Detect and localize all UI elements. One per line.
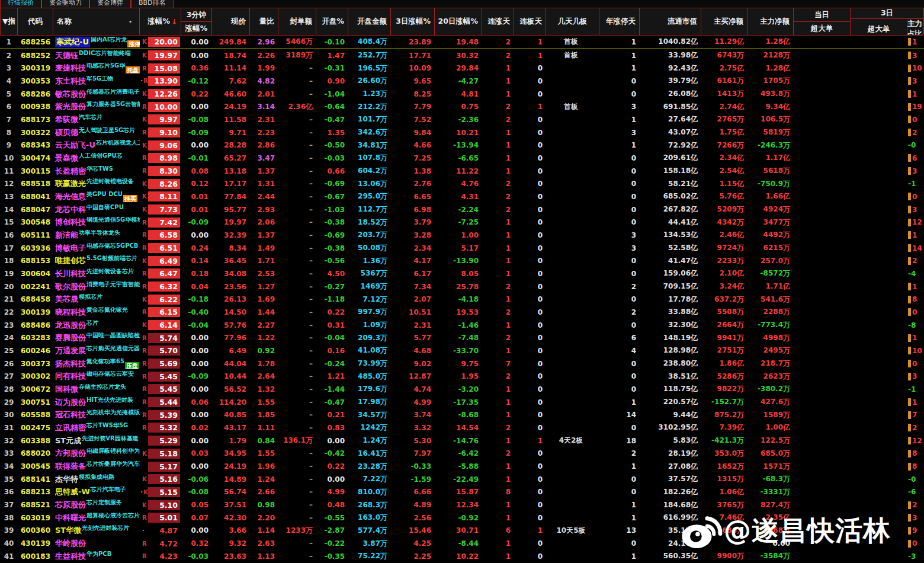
table-row[interactable]: 33688020方邦股份电磁屏蔽锂科创华为拉升K5.180.0334.951.5…	[0, 447, 924, 460]
col-header-3min-change[interactable]: 3分钟 涨幅%	[181, 8, 212, 36]
year-limit-days: 2	[599, 449, 640, 458]
stock-name-cell: 赛腾股份中国唯一晶圆缺陷检测	[53, 332, 140, 343]
table-row[interactable]: 28300672国科微存储主控芯片龙头R5.450.0056.521.32–-1…	[0, 383, 924, 396]
table-row[interactable]: 25600246万通发展芯片购买光通信元器件R5.700.006.490.92–…	[0, 344, 924, 357]
col-header-super-today[interactable]: 当日 超大单	[794, 8, 851, 36]
year-limit-days: 0	[599, 372, 640, 380]
open-amount: 252.7万	[348, 50, 391, 60]
stock-code: 688041	[18, 193, 53, 201]
table-row[interactable]: 34300545联得装备芯片折叠屏华为汽车5.170.0024.191.96–0…	[0, 460, 924, 473]
table-row[interactable]: 9688343云天励飞-U芯片机器视觉人工K9.060.0028.282.86–…	[0, 139, 924, 152]
table-row[interactable]: 8300322硕贝德无人驾驶卫星5G芯片R9.10-0.099.712.23–1…	[0, 126, 924, 139]
main-force-net: 2288万	[747, 307, 794, 317]
main-force-net: 493.8万	[747, 89, 794, 99]
tab-market-quotes[interactable]: 行情报价	[0, 0, 41, 8]
tab-fund-driver[interactable]: 资金驱动力	[41, 0, 89, 8]
table-row[interactable]: 31002475立讯精密芯片TWS华5GR5.320.0243.171.11–0…	[0, 421, 924, 434]
table-row[interactable]: 6000938紫光股份算力服务器5G云智能封减R10.000.0024.193.…	[0, 100, 924, 113]
col-header-open-amount[interactable]: 开盘金额	[348, 8, 391, 36]
current-price: 9.71	[212, 129, 250, 137]
table-row[interactable]: 22300139晓程科技黄金芯氮化镓光R6.15-0.4014.501.44–0…	[0, 306, 924, 319]
market-flag: R	[142, 270, 148, 277]
col-header-vol-ratio[interactable]: 量比	[250, 8, 278, 36]
table-row[interactable]: 19300604长川科技先进封装设备芯片R6.470.1834.082.53–4…	[0, 267, 924, 280]
table-row[interactable]: 29300751迈为股份HIT光伏先进封装R5.440.06114.201.55…	[0, 396, 924, 409]
col-header-market-cap[interactable]: 流通市值	[640, 8, 701, 36]
volume-ratio: 2.44	[250, 193, 278, 201]
stock-name: 硕贝德	[55, 127, 78, 138]
market-cap: 26.08亿	[640, 89, 701, 99]
change-pct-cell: R5.70	[140, 346, 181, 356]
table-row[interactable]: 36688213思特威-W芯片汽车电子·K5.15-0.0856.742.66–…	[0, 486, 924, 499]
table-row[interactable]: 20002241歌尔股份消费电子元宇宙智能R6.320.0423.561.27–…	[0, 280, 924, 293]
stock-name: 联得装备	[55, 461, 86, 472]
main-share-value: -0	[908, 475, 916, 484]
table-row[interactable]: 30605588冠石科技光刻机华为光掩模版R5.390.0040.851.85–…	[0, 408, 924, 421]
table-row[interactable]: 32603388ST元成先进封装VR园林基建5.290.001.790.8413…	[0, 434, 924, 447]
table-row[interactable]: 13688041海光信息类GPU DCU挂买K8.110.0177.842.44…	[0, 190, 924, 203]
table-row[interactable]: 14688047龙芯中科中国自研CPUK7.730.0195.772.93–-1…	[0, 203, 924, 216]
year-limit-days: 0	[599, 77, 640, 85]
main-share-bar	[908, 193, 911, 200]
open-amount: 163.0万	[348, 513, 391, 523]
col-header-index[interactable]: ▼指	[0, 8, 18, 36]
col-header-up-days[interactable]: 连涨天	[482, 8, 514, 36]
main-buy-net: 1.06亿	[701, 487, 747, 497]
table-row[interactable]: 11300115长盈精密华芯TWSR8.300.0813.181.37–0.66…	[0, 165, 924, 178]
limit-days: 1	[514, 52, 546, 60]
table-row[interactable]: 15300548博创科技铜缆光通信5G华模块R7.42-0.0919.972.0…	[0, 216, 924, 229]
table-row[interactable]: 12688518联赢激光先进封装锂电设备K8.260.1217.171.31–-…	[0, 177, 924, 190]
table-row[interactable]: 26300373扬杰科技氮化镓功率65压盘R5.690.0044.041.78–…	[0, 357, 924, 370]
main-share-value: 8	[912, 449, 917, 458]
table-row[interactable]: 3300319麦捷科技电感芯片5G华托盘R15.080.3611.141.99–…	[0, 62, 924, 75]
table-row[interactable]: 17603936博敏电子电感存储芯5GPCBR6.510.248.341.49–…	[0, 242, 924, 255]
market-cap: 28.19亿	[640, 449, 701, 459]
tab-bbd-rank[interactable]: BBD排名	[131, 0, 174, 8]
col-header-limit-days[interactable]: 连板天	[514, 8, 546, 36]
table-row[interactable]: 5688286敏芯股份传感器芯片消费电子K12.260.2246.602.01–…	[0, 88, 924, 101]
col-header-year-limits[interactable]: 年涨停天	[599, 8, 640, 36]
row-index: 9	[0, 141, 18, 149]
table-row[interactable]: 16605111新洁能功率半导体龙头R6.580.0032.391.37–-0.…	[0, 229, 924, 242]
table-row[interactable]: 38603019中科曙光超算核心液冷云芯片R5.010.0742.302.20–…	[0, 511, 924, 524]
table-row[interactable]: 39600360ST华微光刻先进封装芯片·4.870.003.661.14123…	[0, 524, 924, 538]
table-row[interactable]: 35688141杰华特模拟集成电路K5.16-0.0614.891.24–0.0…	[0, 473, 924, 486]
col-header-price[interactable]: 现价	[212, 8, 250, 36]
concept-tag: 人工信创GPU芯	[79, 153, 123, 160]
main-share-value: 9	[912, 526, 917, 535]
change-20day: -3.20	[435, 385, 482, 394]
col-header-name[interactable]: 名称•	[53, 8, 140, 36]
col-header-boards[interactable]: 几天几板	[546, 8, 599, 36]
stock-code: 300353	[18, 77, 53, 85]
limit-days: 0	[514, 283, 546, 291]
table-row[interactable]: 41600183生益科技华为PCBR4.23-0.0323.631.13–-0.…	[0, 550, 924, 563]
table-row[interactable]: 1688256寒武纪-U国内AI芯片龙涨停K20.000.00249.842.9…	[0, 36, 924, 49]
col-header-main-share[interactable]: 主力占比	[907, 19, 923, 36]
col-header-main-buy[interactable]: 主买净额	[701, 8, 747, 36]
table-row[interactable]: 24603283赛腾股份中国唯一晶圆缺陷检测R5.740.0077.961.22…	[0, 331, 924, 344]
table-row[interactable]: 2688252天德钰DDIC芯片智能终端K19.970.0018.742.263…	[0, 49, 924, 62]
col-header-20day-change[interactable]: 20日涨幅%	[435, 8, 482, 36]
col-header-super-3day[interactable]: 超大单	[851, 19, 907, 36]
tab-fund-game[interactable]: 资金博弈	[89, 0, 131, 8]
table-row[interactable]: 27300302同有科技磁电存储芯云军安R5.45-0.0910.442.64–…	[0, 370, 924, 383]
change-pct-cell: R6.32	[140, 282, 181, 292]
table-row[interactable]: 21688458美芯晟模拟芯片K6.22-0.1826.131.69–-1.18…	[0, 293, 924, 306]
col-header-code[interactable]: 代码	[18, 8, 53, 36]
col-header-seal-amount[interactable]: 封单额	[278, 8, 316, 36]
col-header-change-pct[interactable]: 涨幅%↓	[140, 8, 181, 36]
col-header-main-net[interactable]: 主力净额	[747, 8, 794, 36]
col-header-3day-change[interactable]: 3日涨幅%	[391, 8, 435, 36]
table-row[interactable]: 7688173希荻微汽车芯片K9.97-0.0811.582.31–-0.471…	[0, 113, 924, 126]
market-cap: 52.58亿	[640, 243, 701, 253]
main-share-cutoff: 0	[907, 539, 924, 548]
table-row[interactable]: 37688521芯原股份芯片定制服务K5.100.0537.510.98–0.4…	[0, 498, 924, 511]
table-row[interactable]: 40430139华岭股份R4.720.329.322.63–-0.223.87万…	[0, 537, 924, 550]
table-row[interactable]: 10300474景嘉微人工信创GPU芯R8.98-0.0165.273.47–-…	[0, 152, 924, 165]
table-row[interactable]: 4300353东土科技军5G工物·R13.90-0.127.624.82–0.9…	[0, 75, 924, 88]
open-pct: 0.48	[316, 501, 348, 509]
table-row[interactable]: 23688486龙迅股份芯片K6.14-0.0457.762.27–0.311.…	[0, 319, 924, 332]
col-header-open-pct[interactable]: 开盘%	[316, 8, 348, 36]
stock-name-cell: 海光信息类GPU DCU挂买	[53, 191, 140, 202]
table-row[interactable]: 18688153唯捷创芯5.5G射频前端芯片K6.490.1436.451.71…	[0, 254, 924, 267]
